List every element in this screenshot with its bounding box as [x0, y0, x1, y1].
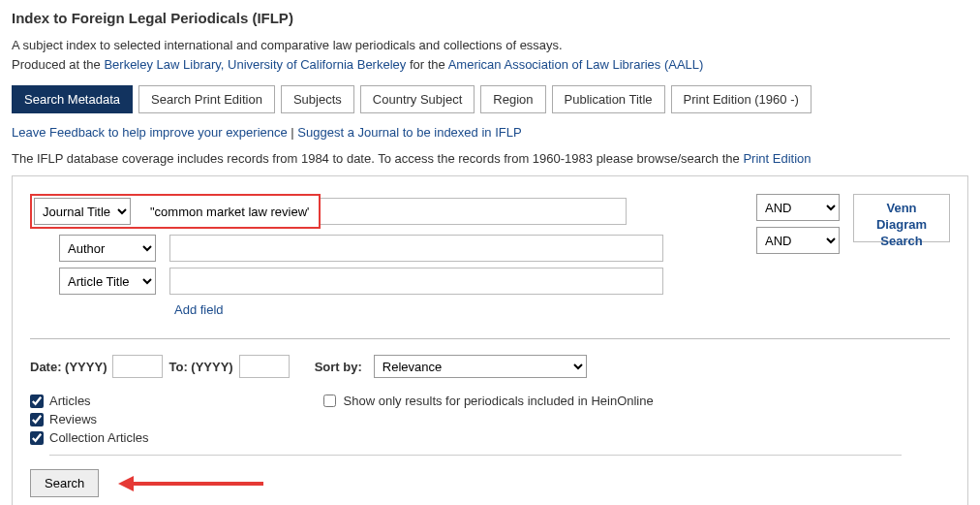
highlight-annotation: Journal Title: [30, 194, 321, 229]
tab-subjects[interactable]: Subjects: [281, 85, 354, 113]
tab-publication-title[interactable]: Publication Title: [552, 85, 665, 113]
check-collection-box[interactable]: [30, 431, 44, 445]
arrow-line: [132, 482, 263, 486]
arrow-annotation: [118, 477, 263, 490]
tab-search-metadata[interactable]: Search Metadata: [12, 85, 133, 113]
link-leave-feedback[interactable]: Leave Feedback to help improve your expe…: [12, 125, 288, 140]
date-to-label: To: (YYYY): [168, 360, 232, 374]
separator-1: [30, 338, 950, 339]
field-input-0-ext[interactable]: [321, 198, 627, 225]
field-select-2[interactable]: Article Title: [59, 268, 156, 295]
tab-country-subject[interactable]: Country Subject: [360, 85, 475, 113]
field-input-0[interactable]: [142, 200, 317, 223]
tab-region[interactable]: Region: [480, 85, 545, 113]
tab-bar: Search Metadata Search Print Edition Sub…: [12, 85, 968, 113]
date-to-input[interactable]: [239, 355, 290, 378]
feedback-sep: |: [288, 125, 298, 140]
boolean-select-1[interactable]: AND: [756, 227, 840, 254]
feedback-links: Leave Feedback to help improve your expe…: [12, 125, 968, 140]
separator-2: [49, 455, 902, 456]
boolean-column: AND AND: [756, 194, 840, 254]
search-action-row: Search: [30, 469, 950, 497]
field-row-0: Journal Title: [30, 194, 663, 229]
boolean-select-0[interactable]: AND: [756, 194, 840, 221]
link-suggest-journal[interactable]: Suggest a Journal to be indexed in IFLP: [297, 125, 521, 140]
page-description: A subject index to selected internationa…: [12, 36, 968, 74]
link-print-edition[interactable]: Print Edition: [743, 151, 811, 166]
tab-print-edition[interactable]: Print Edition (1960 -): [671, 85, 812, 113]
check-reviews[interactable]: Reviews: [30, 412, 149, 426]
check-collection-articles[interactable]: Collection Articles: [30, 430, 149, 445]
check-articles[interactable]: Articles: [30, 394, 149, 408]
check-articles-label: Articles: [49, 394, 91, 408]
field-select-1[interactable]: Author: [59, 235, 156, 262]
page-title: Index to Foreign Legal Periodicals (IFLP…: [12, 10, 968, 26]
field-input-1[interactable]: [169, 235, 663, 262]
check-heinonline-label: Show only results for periodicals includ…: [344, 394, 654, 408]
coverage-text: The IFLP database coverage includes reco…: [12, 151, 743, 166]
field-select-0[interactable]: Journal Title: [34, 198, 131, 225]
add-field-link[interactable]: Add field: [174, 302, 224, 317]
desc-mid: for the: [406, 57, 447, 72]
check-articles-box[interactable]: [30, 395, 44, 408]
type-filters: Articles Reviews Collection Articles: [30, 394, 149, 445]
sort-by-label: Sort by:: [315, 360, 362, 374]
check-heinonline-box[interactable]: [323, 395, 336, 407]
link-aall[interactable]: American Association of Law Libraries (A…: [448, 57, 704, 72]
check-reviews-box[interactable]: [30, 413, 44, 426]
date-sort-row: Date: (YYYY) To: (YYYY) Sort by: Relevan…: [30, 355, 950, 378]
desc-line-1: A subject index to selected internationa…: [12, 38, 563, 52]
check-reviews-label: Reviews: [49, 412, 97, 426]
date-from-input[interactable]: [112, 355, 163, 378]
fields-column: Journal Title Author Article Title Add f…: [30, 194, 663, 317]
desc-prefix: Produced at the: [12, 57, 104, 72]
field-row-2: Article Title: [59, 268, 663, 295]
tab-search-print-edition[interactable]: Search Print Edition: [138, 85, 275, 113]
check-collection-label: Collection Articles: [49, 430, 149, 445]
filter-row: Articles Reviews Collection Articles Sho…: [30, 394, 950, 445]
field-input-2[interactable]: [169, 268, 663, 295]
search-panel: Journal Title Author Article Title Add f…: [12, 175, 968, 505]
venn-diagram-button[interactable]: Venn Diagram Search: [853, 194, 950, 242]
link-berkeley[interactable]: Berkeley Law Library, University of Cali…: [104, 57, 406, 72]
query-builder: Journal Title Author Article Title Add f…: [30, 194, 950, 317]
date-label: Date: (YYYY): [30, 360, 107, 374]
search-button[interactable]: Search: [30, 469, 99, 497]
check-heinonline[interactable]: Show only results for periodicals includ…: [323, 394, 654, 408]
sort-by-select[interactable]: Relevance: [374, 355, 587, 378]
field-row-1: Author: [59, 235, 663, 262]
coverage-note: The IFLP database coverage includes reco…: [12, 151, 968, 166]
